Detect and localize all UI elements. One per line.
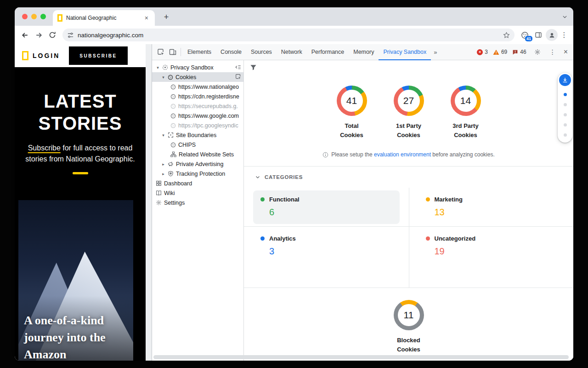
story-card-title[interactable]: A one-of-a-kind journey into the Amazon bbox=[24, 312, 106, 361]
tree-item-cookie-url[interactable]: https://www.google.com bbox=[152, 111, 243, 121]
tree-item-label: Cookies bbox=[175, 74, 196, 80]
new-tab-button[interactable]: + bbox=[161, 12, 172, 23]
tree-item-cookie-url[interactable]: https://cdn.registerdisne bbox=[152, 92, 243, 101]
expander-icon[interactable]: ▾ bbox=[161, 133, 165, 138]
url-text[interactable]: nationalgeographic.com bbox=[78, 32, 499, 39]
tab-sources[interactable]: Sources bbox=[246, 44, 277, 60]
tree-item-privacy-sandbox[interactable]: ▾ Privacy Sandbox bbox=[152, 63, 243, 72]
tree-item-chips[interactable]: CHIPS bbox=[152, 140, 243, 150]
tab-search-chevron-icon[interactable] bbox=[562, 13, 568, 22]
tree-item-label: Settings bbox=[164, 200, 185, 206]
more-tabs-icon[interactable]: » bbox=[431, 49, 440, 56]
url-bar[interactable]: nationalgeographic.com bbox=[62, 29, 514, 41]
horizontal-scrollbar-thumb[interactable] bbox=[153, 355, 569, 359]
story-card-photo[interactable]: A one-of-a-kind journey into the Amazon bbox=[18, 200, 133, 361]
category-functional[interactable]: Functional 6 bbox=[253, 190, 400, 224]
device-toolbar-icon[interactable] bbox=[167, 46, 179, 58]
tree-item-site-boundaries[interactable]: ▾ Site Boundaries bbox=[152, 130, 243, 140]
tab-network[interactable]: Network bbox=[277, 44, 307, 60]
subscribe-text-link[interactable]: Subscribe bbox=[28, 144, 61, 152]
collapse-sidebar-icon[interactable] bbox=[235, 64, 241, 72]
card-title-line3: Amazon bbox=[24, 346, 106, 361]
book-icon bbox=[156, 190, 162, 196]
category-marketing[interactable]: Marketing 13 bbox=[418, 190, 565, 224]
section-dot[interactable] bbox=[564, 113, 567, 116]
issues-count[interactable]: 46 bbox=[512, 49, 526, 55]
category-label: Functional bbox=[269, 196, 300, 203]
back-icon[interactable] bbox=[18, 29, 31, 41]
site-settings-tune-icon[interactable] bbox=[67, 32, 74, 39]
category-uncategorized[interactable]: Uncategorized 19 bbox=[418, 230, 565, 263]
forward-icon[interactable] bbox=[32, 29, 45, 41]
evaluation-environment-link[interactable]: evaluation environment bbox=[374, 151, 431, 158]
section-dot[interactable] bbox=[564, 133, 567, 137]
tree-item-wiki[interactable]: Wiki bbox=[152, 188, 243, 198]
toolbar-divider bbox=[181, 48, 181, 56]
browser-window: National Geographic × + nationalgeograph… bbox=[15, 7, 573, 361]
category-value: 13 bbox=[435, 207, 557, 218]
tree-item-dashboard[interactable]: Dashboard bbox=[152, 178, 243, 188]
tab-close-icon[interactable]: × bbox=[143, 14, 150, 22]
subscribe-button[interactable]: SUBSCRIBE bbox=[69, 46, 128, 65]
extensions-puzzle-icon[interactable] bbox=[532, 29, 545, 41]
tab-elements[interactable]: Elements bbox=[183, 44, 216, 60]
devtools-settings-icon[interactable] bbox=[531, 46, 543, 58]
inspect-element-icon[interactable] bbox=[155, 46, 167, 58]
refresh-icon[interactable] bbox=[46, 29, 59, 41]
error-count[interactable]: × 3 bbox=[477, 49, 488, 55]
tree-item-related-website-sets[interactable]: Related Website Sets bbox=[152, 150, 243, 159]
section-dot[interactable] bbox=[564, 123, 567, 126]
download-report-button[interactable] bbox=[559, 74, 571, 86]
blocked-cookies-donut: 11 bbox=[394, 300, 424, 330]
content-area: LOGIN SUBSCRIBE LATEST STORIES Subscribe… bbox=[15, 44, 573, 361]
natgeo-favicon bbox=[57, 14, 62, 22]
inspect-target-icon[interactable] bbox=[235, 74, 241, 81]
tree-item-settings[interactable]: Settings bbox=[152, 198, 243, 207]
expander-icon[interactable]: ▸ bbox=[161, 172, 165, 176]
tree-item-cookie-url[interactable]: https://tpc.googlesyndic bbox=[152, 121, 243, 130]
marketing-dot bbox=[426, 197, 430, 201]
tab-privacy-sandbox[interactable]: Privacy Sandbox bbox=[379, 44, 431, 60]
expander-icon[interactable]: ▾ bbox=[156, 65, 160, 70]
minimize-window-button[interactable] bbox=[31, 14, 37, 19]
browser-tab[interactable]: National Geographic × bbox=[53, 10, 155, 26]
category-analytics[interactable]: Analytics 3 bbox=[253, 230, 400, 263]
tab-memory[interactable]: Memory bbox=[349, 44, 379, 60]
section-dot[interactable] bbox=[564, 93, 567, 96]
section-dot[interactable] bbox=[564, 103, 567, 106]
navigation-bar: nationalgeographic.com 41 ⋮ bbox=[15, 26, 573, 44]
warning-count[interactable]: 69 bbox=[493, 49, 507, 55]
login-link[interactable]: LOGIN bbox=[33, 52, 60, 59]
tree-item-cookies[interactable]: ▾ Cookies bbox=[152, 72, 243, 82]
browser-menu-icon[interactable]: ⋮ bbox=[559, 31, 570, 39]
tree-item-tracking-protection[interactable]: ▸ Tracking Protection bbox=[152, 169, 243, 178]
advertising-icon bbox=[168, 161, 174, 167]
categories-header[interactable]: CATEGORIES bbox=[244, 167, 573, 188]
expander-icon[interactable]: ▸ bbox=[161, 162, 165, 167]
devtools-menu-icon[interactable]: ⋮ bbox=[548, 48, 557, 56]
tab-console[interactable]: Console bbox=[216, 44, 246, 60]
yellow-divider bbox=[73, 172, 88, 174]
tab-strip: National Geographic × + bbox=[15, 7, 573, 26]
floating-section-nav bbox=[558, 73, 572, 143]
setup-note: Please setup the evaluation environment … bbox=[244, 151, 573, 158]
tab-performance[interactable]: Performance bbox=[307, 44, 349, 60]
tree-item-label: https://cdn.registerdisne bbox=[178, 93, 239, 100]
close-window-button[interactable] bbox=[22, 14, 28, 19]
tree-item-private-advertising[interactable]: ▸ Private Advertising bbox=[152, 159, 243, 169]
tree-item-cookie-url[interactable]: https://securepubads.g. bbox=[152, 101, 243, 111]
category-label: Marketing bbox=[435, 196, 463, 203]
profile-avatar[interactable] bbox=[546, 29, 558, 41]
expander-icon[interactable]: ▾ bbox=[161, 75, 165, 80]
chevron-down-icon[interactable] bbox=[255, 174, 260, 180]
devtools-close-icon[interactable]: × bbox=[562, 48, 570, 56]
cookie-extension-button[interactable]: 41 bbox=[518, 29, 531, 41]
bookmark-star-icon[interactable] bbox=[503, 32, 510, 39]
tree-item-cookie-url[interactable]: https://www.nationalgeo bbox=[152, 82, 243, 92]
third-party-cookies-value: 14 bbox=[451, 86, 481, 116]
maximize-window-button[interactable] bbox=[40, 14, 46, 19]
natgeo-logo[interactable] bbox=[22, 51, 28, 60]
page-scrollbar-track[interactable] bbox=[146, 44, 152, 361]
filter-funnel-icon[interactable] bbox=[250, 64, 257, 73]
cookie-icon bbox=[170, 84, 176, 90]
